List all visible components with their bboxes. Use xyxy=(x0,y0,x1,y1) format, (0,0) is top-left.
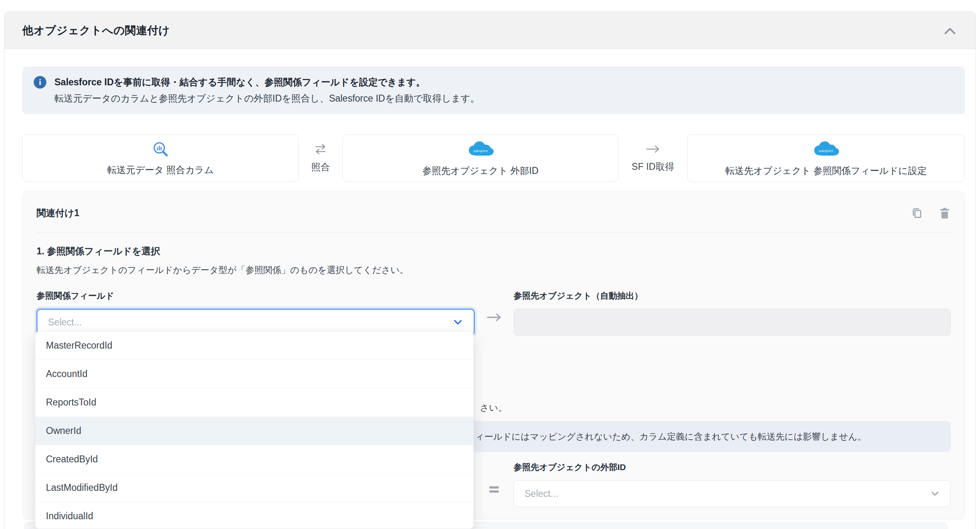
external-id-select[interactable]: Select... xyxy=(514,480,951,507)
svg-text:salesforce: salesforce xyxy=(473,149,488,153)
trash-icon[interactable] xyxy=(939,206,951,219)
info-banner-text: Salesforce IDを事前に取得・結合する手間なく、参照関係フィールドを設… xyxy=(54,75,479,106)
lookup-field-placeholder: Select... xyxy=(48,317,82,328)
flow-step-label: 参照先オブジェクト 外部ID xyxy=(423,165,539,177)
step2-partial-description: さい。 xyxy=(480,402,507,414)
swap-arrows-icon xyxy=(313,143,328,155)
flow-connector-label: SF ID取得 xyxy=(632,160,674,173)
flow-step-label: 転送元データ 照合カラム xyxy=(107,164,214,176)
dropdown-option[interactable]: OwnerId xyxy=(35,417,473,445)
step1-form-row: 参照関係フィールド Select... xyxy=(37,290,951,336)
lookup-field-label: 参照関係フィールド xyxy=(37,290,475,301)
divider xyxy=(37,232,951,233)
target-object-label: 参照先オブジェクト（自動抽出） xyxy=(514,290,951,301)
arrow-right-icon xyxy=(485,311,503,323)
page: 他オブジェクトへの関連付け i Salesforce IDを事前に取得・結合する… xyxy=(0,0,980,529)
flow-step-source-data: 転送元データ 照合カラム xyxy=(22,134,299,182)
equals-column xyxy=(475,462,514,493)
association-card-header: 関連付け1 xyxy=(37,192,951,219)
step2-note-text: フィールドにはマッピングされないため、カラム定義に含まれていても転送先には影響し… xyxy=(466,431,866,443)
association-card-title: 関連付け1 xyxy=(37,207,79,219)
step1-description: 転送先オブジェクトのフィールドからデータ型が「参照関係」のものを選択してください… xyxy=(37,264,951,276)
section-header: 他オブジェクトへの関連付け xyxy=(4,12,976,49)
chevron-down-icon xyxy=(453,319,463,326)
search-data-icon xyxy=(151,140,170,159)
chevron-down-icon xyxy=(930,490,940,497)
dropdown-option[interactable]: AccountId xyxy=(35,360,473,388)
equals-icon xyxy=(489,486,499,493)
dropdown-option[interactable]: CreatedById xyxy=(35,445,473,474)
flow-connector-match: 照合 xyxy=(299,134,343,182)
dropdown-option[interactable]: MasterRecordId xyxy=(35,332,473,360)
lookup-field-column: 参照関係フィールド Select... xyxy=(37,290,475,336)
arrow-column xyxy=(475,290,514,323)
flow-step-lookup-field: salesforce 転送先オブジェクト 参照関係フィールドに設定 xyxy=(687,134,965,182)
info-icon: i xyxy=(34,76,46,89)
info-banner-body: 転送元データのカラムと参照先オブジェクトの外部IDを照合し、Salesforce… xyxy=(54,91,479,106)
step1-heading: 1. 参照関係フィールドを選択 xyxy=(37,245,951,258)
flow-connector-label: 照合 xyxy=(311,161,330,173)
external-id-column: 参照先オブジェクトの外部ID Select... xyxy=(514,462,951,507)
salesforce-cloud-icon: salesforce xyxy=(810,139,842,160)
svg-text:salesforce: salesforce xyxy=(819,149,833,153)
flow-step-label: 転送先オブジェクト 参照関係フィールドに設定 xyxy=(725,165,926,177)
info-banner-title: Salesforce IDを事前に取得・結合する手間なく、参照関係フィールドを設… xyxy=(54,75,479,90)
info-banner: i Salesforce IDを事前に取得・結合する手間なく、参照関係フィールド… xyxy=(22,67,965,114)
flow-connector-get-id: SF ID取得 xyxy=(618,134,687,182)
flow-step-external-id: salesforce 参照先オブジェクト 外部ID xyxy=(343,134,618,182)
lookup-field-dropdown: MasterRecordId AccountId ReportsToId Own… xyxy=(35,331,474,529)
lookup-flow-diagram: 転送元データ 照合カラム 照合 xyxy=(22,134,965,182)
chevron-up-icon[interactable] xyxy=(943,26,957,35)
section-title: 他オブジェクトへの関連付け xyxy=(22,23,170,38)
dropdown-option[interactable]: LastModifiedById xyxy=(35,474,473,502)
salesforce-cloud-icon: salesforce xyxy=(465,139,497,160)
copy-icon[interactable] xyxy=(910,206,923,219)
dropdown-option[interactable]: ReportsToId xyxy=(35,388,473,417)
association-card-actions xyxy=(910,206,951,219)
external-id-label: 参照先オブジェクトの外部ID xyxy=(514,462,951,473)
target-object-column: 参照先オブジェクト（自動抽出） xyxy=(514,290,951,336)
dropdown-option[interactable]: IndividualId xyxy=(35,502,473,529)
external-id-placeholder: Select... xyxy=(525,488,558,499)
arrow-right-icon xyxy=(645,143,661,155)
target-object-input xyxy=(514,309,951,336)
